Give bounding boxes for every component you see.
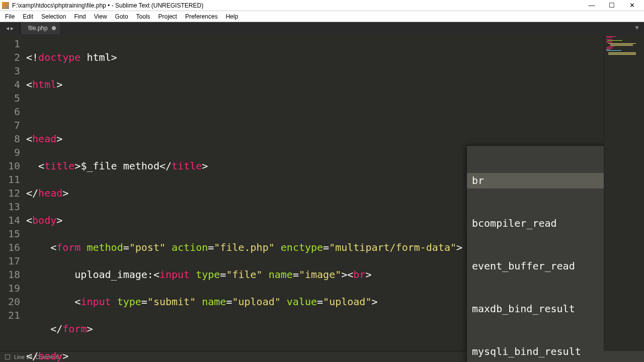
line-number-gutter: 1 2 3 4 5 6 7 8 9 10 11 12 13 14 15 16 1…: [0, 34, 26, 351]
minimize-button[interactable]: —: [582, 0, 602, 11]
menu-tools[interactable]: Tools: [132, 11, 154, 22]
menu-selection[interactable]: Selection: [37, 11, 70, 22]
menu-goto[interactable]: Goto: [111, 11, 132, 22]
tabbar: ◂ ▸ file.php ▼: [0, 22, 644, 34]
menu-file[interactable]: File: [1, 11, 19, 22]
panel-switch-icon[interactable]: [5, 354, 10, 359]
tab-label: file.php: [28, 25, 48, 32]
menu-project[interactable]: Project: [154, 11, 181, 22]
editor[interactable]: 1 2 3 4 5 6 7 8 9 10 11 12 13 14 15 16 1…: [0, 34, 644, 351]
tab-file-php[interactable]: file.php: [21, 22, 60, 34]
menu-view[interactable]: View: [90, 11, 111, 22]
code-area[interactable]: <!doctype html> <html> <head> <title>$_f…: [26, 34, 604, 351]
nav-arrows[interactable]: ◂ ▸: [0, 22, 20, 34]
tab-overflow-chevron[interactable]: ▼: [634, 24, 640, 31]
menu-find[interactable]: Find: [70, 11, 90, 22]
menubar: File Edit Selection Find View Goto Tools…: [0, 11, 644, 22]
dirty-indicator: [52, 26, 56, 30]
maximize-button[interactable]: ☐: [602, 0, 622, 11]
window-title: F:\xamp\htdocs\phptraining\file.php • - …: [12, 2, 582, 9]
menu-help[interactable]: Help: [222, 11, 243, 22]
menu-preferences[interactable]: Preferences: [181, 11, 222, 22]
window-controls: — ☐ ✕: [582, 0, 642, 11]
menu-edit[interactable]: Edit: [19, 11, 37, 22]
close-button[interactable]: ✕: [622, 0, 642, 11]
titlebar: F:\xamp\htdocs\phptraining\file.php • - …: [0, 0, 644, 11]
app-icon: [2, 2, 9, 9]
minimap[interactable]: [604, 34, 644, 351]
